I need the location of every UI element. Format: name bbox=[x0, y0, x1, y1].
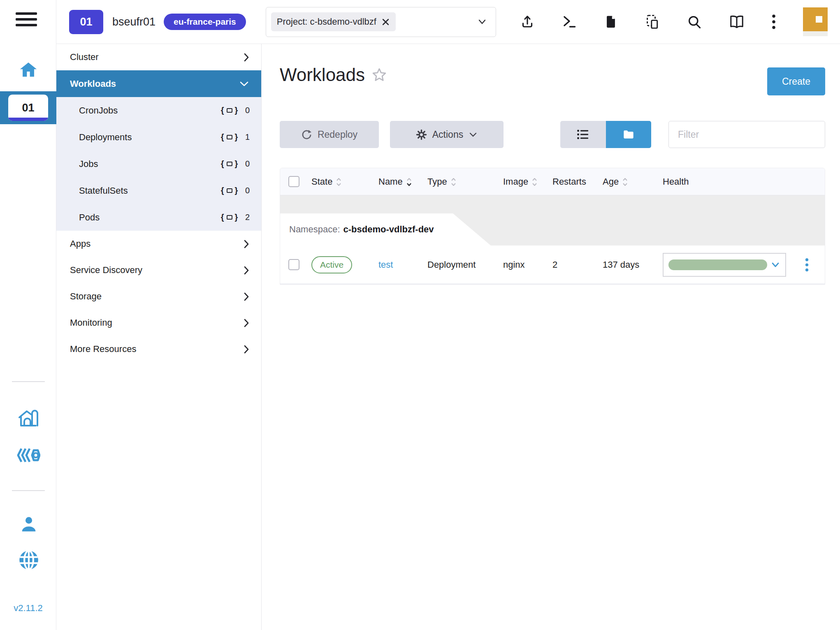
cluster-name: bseufr01 bbox=[112, 16, 155, 28]
namespace-group-row: Namespace: c-bsdemo-vdlbzf-dev bbox=[280, 195, 825, 246]
row-actions-kebab-icon[interactable] bbox=[800, 258, 813, 271]
namespace-tab: Namespace: c-bsdemo-vdlbzf-dev bbox=[280, 213, 491, 246]
home-icon[interactable] bbox=[19, 61, 38, 79]
chevron-down-icon bbox=[477, 18, 487, 25]
rail-divider bbox=[12, 381, 45, 382]
image-cell: nginx bbox=[503, 246, 525, 284]
workloads-table: State Name Type Image Restarts bbox=[280, 168, 825, 285]
chevron-right-icon bbox=[243, 344, 250, 355]
redeploy-button[interactable]: Redeploy bbox=[280, 121, 379, 148]
resource-count: {} 1 bbox=[221, 132, 250, 142]
sidebar-item-label: Workloads bbox=[70, 79, 116, 89]
copy-resource-icon[interactable] bbox=[645, 14, 660, 30]
age-cell: 137 days bbox=[603, 246, 639, 284]
sidebar-item-more-resources[interactable]: More Resources bbox=[56, 336, 261, 362]
close-icon[interactable] bbox=[381, 18, 390, 26]
sidebar-item-label: Cluster bbox=[70, 52, 99, 63]
file-icon[interactable] bbox=[604, 14, 618, 29]
left-rail: 01 bbox=[0, 0, 56, 630]
sort-icon bbox=[450, 177, 457, 187]
docs-book-icon[interactable] bbox=[729, 15, 745, 29]
actions-button[interactable]: Actions bbox=[390, 121, 504, 148]
cluster-accent-bar bbox=[8, 118, 48, 121]
sort-icon bbox=[531, 177, 538, 187]
cluster-sidenav: Cluster Workloads CronJobs {} 0 Deployme… bbox=[56, 44, 262, 630]
sidebar-item-monitoring[interactable]: Monitoring bbox=[56, 310, 261, 336]
grouped-view-button[interactable] bbox=[606, 121, 652, 148]
sort-icon bbox=[336, 177, 342, 187]
kubectl-shell-icon[interactable] bbox=[562, 14, 577, 29]
resource-count-icon bbox=[227, 135, 232, 139]
sidebar-item-label: Storage bbox=[70, 291, 102, 302]
resource-count: {} 0 bbox=[221, 186, 250, 195]
redeploy-refresh-icon bbox=[301, 129, 312, 140]
list-view-button[interactable] bbox=[560, 121, 606, 148]
sidebar-item-cluster[interactable]: Cluster bbox=[56, 44, 261, 70]
cluster-initials-card: 01 bbox=[8, 95, 48, 121]
project-namespace-filter[interactable]: Project: c-bsdemo-vdlbzf bbox=[266, 7, 496, 37]
search-icon[interactable] bbox=[687, 14, 702, 29]
sidebar-item-workloads[interactable]: Workloads bbox=[56, 70, 261, 97]
sidebar-item-storage[interactable]: Storage bbox=[56, 283, 261, 310]
app-version[interactable]: v2.11.2 bbox=[0, 603, 56, 614]
column-header-state[interactable]: State bbox=[311, 168, 342, 195]
sidebar-item-statefulsets[interactable]: StatefulSets {} 0 bbox=[56, 177, 261, 204]
harvester-icon[interactable] bbox=[17, 408, 39, 428]
redeploy-label: Redeploy bbox=[318, 129, 357, 140]
workload-name-link[interactable]: test bbox=[378, 246, 393, 284]
rail-active-cluster[interactable]: 01 bbox=[0, 91, 56, 124]
table-row: Active test Deployment nginx 2 137 days bbox=[280, 246, 825, 284]
status-badge: Active bbox=[311, 256, 352, 273]
chevron-right-icon bbox=[243, 52, 250, 63]
restarts-cell: 2 bbox=[552, 246, 557, 284]
filter-input[interactable] bbox=[668, 121, 825, 148]
select-all-checkbox[interactable] bbox=[288, 176, 299, 187]
column-header-health: Health bbox=[663, 168, 689, 195]
gear-icon bbox=[416, 129, 427, 140]
sidebar-item-label: Jobs bbox=[79, 159, 98, 169]
sidebar-item-deployments[interactable]: Deployments {} 1 bbox=[56, 124, 261, 151]
create-button[interactable]: Create bbox=[767, 67, 825, 95]
row-checkbox[interactable] bbox=[288, 259, 299, 270]
column-header-image[interactable]: Image bbox=[503, 168, 538, 195]
sidebar-item-service-discovery[interactable]: Service Discovery bbox=[56, 257, 261, 283]
health-dropdown[interactable] bbox=[663, 253, 786, 277]
kebab-menu-icon[interactable] bbox=[772, 14, 776, 30]
fleet-icon[interactable] bbox=[16, 447, 40, 464]
header-actions bbox=[520, 14, 776, 30]
top-header: 01 bseufr01 eu-france-paris Project: c-b… bbox=[56, 0, 840, 44]
main-content: Workloads Create Redeploy bbox=[262, 44, 840, 630]
actions-label: Actions bbox=[432, 129, 463, 140]
import-yaml-icon[interactable] bbox=[520, 14, 535, 29]
sidebar-item-label: Apps bbox=[70, 239, 90, 249]
sidebar-item-label: More Resources bbox=[70, 344, 136, 354]
chevron-right-icon bbox=[243, 265, 250, 276]
chevron-down-icon bbox=[239, 80, 250, 87]
project-filter-label: Project: c-bsdemo-vdlbzf bbox=[277, 16, 376, 27]
sidebar-item-label: Monitoring bbox=[70, 317, 112, 328]
sidebar-item-apps[interactable]: Apps bbox=[56, 231, 261, 257]
workloads-submenu: CronJobs {} 0 Deployments {} 1 Jobs {} 0… bbox=[56, 97, 261, 231]
hamburger-menu-icon[interactable] bbox=[16, 12, 37, 30]
globe-icon[interactable] bbox=[18, 549, 39, 571]
sidebar-item-jobs[interactable]: Jobs {} 0 bbox=[56, 151, 261, 177]
column-header-name[interactable]: Name bbox=[378, 168, 412, 195]
user-icon[interactable] bbox=[19, 515, 38, 534]
column-header-type[interactable]: Type bbox=[427, 168, 457, 195]
favorite-star-icon[interactable] bbox=[371, 67, 387, 83]
user-avatar[interactable] bbox=[803, 7, 828, 36]
sort-icon bbox=[622, 177, 628, 187]
avatar-identicon bbox=[816, 16, 822, 23]
header-cluster-badge: 01 bbox=[69, 10, 103, 34]
column-header-age[interactable]: Age bbox=[603, 168, 628, 195]
cluster-region-badge: eu-france-paris bbox=[164, 14, 246, 30]
state-cell: Active bbox=[311, 246, 352, 284]
cluster-initials: 01 bbox=[22, 102, 34, 114]
sort-icon-active bbox=[406, 177, 412, 187]
health-bar bbox=[668, 259, 767, 270]
sidebar-item-pods[interactable]: Pods {} 2 bbox=[56, 204, 261, 231]
view-mode-toggle bbox=[560, 121, 651, 148]
sidebar-item-cronjobs[interactable]: CronJobs {} 0 bbox=[56, 97, 261, 124]
column-header-restarts[interactable]: Restarts bbox=[552, 168, 586, 195]
sidebar-item-label: CronJobs bbox=[79, 105, 118, 116]
